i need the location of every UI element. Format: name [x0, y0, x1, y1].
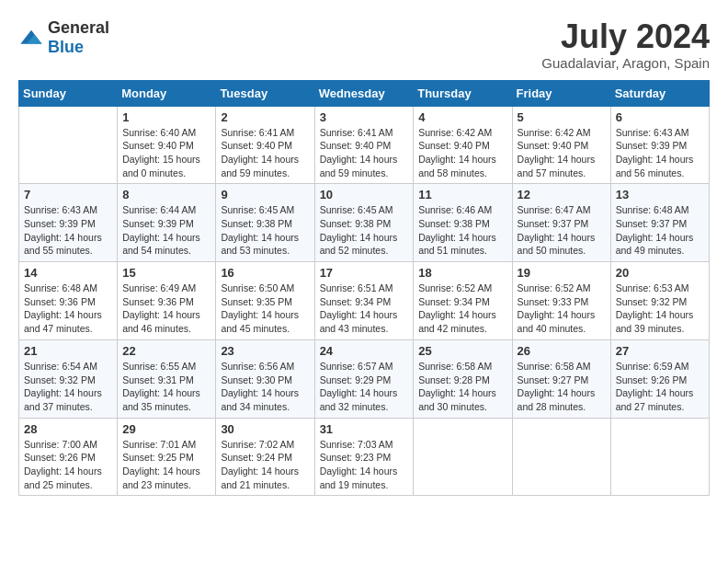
logo-text-blue: Blue: [48, 38, 84, 56]
day-info-line: Daylight: 14 hours: [122, 309, 200, 320]
day-info-line: and 51 minutes.: [418, 245, 487, 256]
col-header-tuesday: Tuesday: [216, 80, 314, 106]
day-info: Sunrise: 6:42 AMSunset: 9:40 PMDaylight:…: [518, 126, 606, 180]
day-info-line: Sunrise: 6:42 AM: [518, 127, 591, 138]
day-info-line: Daylight: 14 hours: [24, 387, 102, 398]
day-info-line: Daylight: 14 hours: [518, 232, 596, 243]
day-info-line: Sunrise: 6:41 AM: [221, 127, 294, 138]
day-number: 20: [616, 266, 704, 280]
day-info-line: and 49 minutes.: [616, 245, 685, 256]
day-info-line: Daylight: 14 hours: [616, 154, 694, 165]
day-info: Sunrise: 7:02 AMSunset: 9:24 PMDaylight:…: [221, 438, 309, 492]
calendar-cell: 11Sunrise: 6:46 AMSunset: 9:38 PMDayligh…: [414, 184, 512, 262]
day-info-line: Sunset: 9:40 PM: [418, 140, 490, 151]
day-info-line: Sunset: 9:23 PM: [320, 452, 392, 463]
day-number: 12: [518, 188, 606, 201]
day-info-line: and 59 minutes.: [221, 167, 290, 178]
day-info-line: and 28 minutes.: [518, 401, 586, 412]
day-number: 31: [320, 422, 409, 436]
day-info-line: and 37 minutes.: [24, 401, 93, 412]
day-number: 25: [418, 344, 506, 358]
day-info-line: Sunset: 9:38 PM: [221, 218, 292, 229]
day-info: Sunrise: 6:48 AMSunset: 9:37 PMDaylight:…: [616, 203, 704, 258]
day-info-line: Sunset: 9:26 PM: [24, 452, 96, 463]
day-info-line: Daylight: 14 hours: [122, 387, 200, 398]
day-info-line: Sunset: 9:38 PM: [320, 218, 392, 229]
day-info-line: Sunrise: 6:58 AM: [418, 361, 492, 372]
calendar-table: SundayMondayTuesdayWednesdayThursdayFrid…: [18, 80, 710, 497]
day-number: 15: [122, 266, 210, 280]
logo: General Blue: [18, 18, 109, 57]
day-info: Sunrise: 6:40 AMSunset: 9:40 PMDaylight:…: [122, 126, 210, 180]
day-number: 6: [616, 110, 704, 124]
day-info-line: Daylight: 14 hours: [518, 309, 596, 320]
day-info: Sunrise: 6:49 AMSunset: 9:36 PMDaylight:…: [122, 282, 210, 336]
calendar-cell: 20Sunrise: 6:53 AMSunset: 9:32 PMDayligh…: [610, 262, 709, 340]
day-info: Sunrise: 6:47 AMSunset: 9:37 PMDaylight:…: [518, 203, 606, 258]
day-info: Sunrise: 6:54 AMSunset: 9:32 PMDaylight:…: [24, 360, 112, 414]
day-info-line: Sunset: 9:34 PM: [320, 296, 392, 307]
day-info-line: Sunrise: 7:03 AM: [320, 439, 393, 450]
day-info-line: and 19 minutes.: [320, 479, 389, 490]
day-info-line: Daylight: 14 hours: [418, 309, 496, 320]
day-info-line: and 50 minutes.: [518, 245, 586, 256]
calendar-cell: 8Sunrise: 6:44 AMSunset: 9:39 PMDaylight…: [118, 184, 216, 262]
calendar-cell: 10Sunrise: 6:45 AMSunset: 9:38 PMDayligh…: [314, 184, 414, 262]
day-number: 8: [122, 188, 210, 201]
day-info: Sunrise: 6:48 AMSunset: 9:36 PMDaylight:…: [24, 282, 112, 336]
day-info-line: and 39 minutes.: [616, 323, 685, 334]
day-info-line: Sunset: 9:40 PM: [518, 140, 589, 151]
day-info-line: Daylight: 14 hours: [518, 154, 596, 165]
day-info-line: and 59 minutes.: [320, 167, 389, 178]
calendar-cell: 3Sunrise: 6:41 AMSunset: 9:40 PMDaylight…: [314, 106, 414, 184]
day-info-line: Sunset: 9:34 PM: [418, 296, 490, 307]
col-header-friday: Friday: [512, 80, 610, 106]
day-number: 13: [616, 188, 704, 201]
day-info-line: and 21 minutes.: [221, 479, 290, 490]
day-number: 9: [221, 188, 309, 201]
day-info-line: and 32 minutes.: [320, 401, 389, 412]
logo-icon: [18, 29, 44, 47]
calendar-cell: 13Sunrise: 6:48 AMSunset: 9:37 PMDayligh…: [610, 184, 709, 262]
calendar-cell: 17Sunrise: 6:51 AMSunset: 9:34 PMDayligh…: [314, 262, 414, 340]
day-info-line: Sunrise: 6:40 AM: [122, 127, 196, 138]
month-year-title: July 2024: [541, 18, 710, 55]
day-info-line: Daylight: 14 hours: [418, 154, 496, 165]
day-info-line: Sunset: 9:27 PM: [518, 374, 589, 385]
day-number: 7: [24, 188, 112, 201]
day-info-line: and 27 minutes.: [616, 401, 685, 412]
day-info-line: Daylight: 15 hours: [122, 154, 200, 165]
calendar-header-row: SundayMondayTuesdayWednesdayThursdayFrid…: [19, 80, 710, 106]
day-info: Sunrise: 7:01 AMSunset: 9:25 PMDaylight:…: [122, 438, 210, 492]
day-info-line: Daylight: 14 hours: [221, 387, 299, 398]
calendar-cell: 23Sunrise: 6:56 AMSunset: 9:30 PMDayligh…: [216, 339, 314, 418]
day-number: 11: [418, 188, 506, 201]
day-info-line: Sunset: 9:39 PM: [24, 218, 96, 229]
calendar-cell: 5Sunrise: 6:42 AMSunset: 9:40 PMDaylight…: [512, 106, 610, 184]
day-info-line: Sunrise: 6:53 AM: [616, 282, 689, 293]
calendar-week-row: 1Sunrise: 6:40 AMSunset: 9:40 PMDaylight…: [19, 106, 710, 184]
calendar-cell: 15Sunrise: 6:49 AMSunset: 9:36 PMDayligh…: [118, 262, 216, 340]
day-info: Sunrise: 6:59 AMSunset: 9:26 PMDaylight:…: [616, 360, 704, 414]
day-info-line: Sunrise: 6:46 AM: [418, 204, 492, 215]
day-info-line: Sunrise: 6:57 AM: [320, 361, 393, 372]
calendar-cell: 21Sunrise: 6:54 AMSunset: 9:32 PMDayligh…: [19, 339, 118, 418]
day-info-line: Sunset: 9:40 PM: [320, 140, 392, 151]
day-info-line: Sunset: 9:36 PM: [122, 296, 194, 307]
day-info: Sunrise: 6:53 AMSunset: 9:32 PMDaylight:…: [616, 282, 704, 336]
day-info-line: Sunset: 9:28 PM: [418, 374, 490, 385]
calendar-cell: 27Sunrise: 6:59 AMSunset: 9:26 PMDayligh…: [610, 339, 709, 418]
day-info: Sunrise: 6:50 AMSunset: 9:35 PMDaylight:…: [221, 282, 309, 336]
col-header-saturday: Saturday: [610, 80, 709, 106]
calendar-cell: 31Sunrise: 7:03 AMSunset: 9:23 PMDayligh…: [314, 418, 414, 496]
col-header-sunday: Sunday: [19, 80, 118, 106]
day-number: 22: [122, 344, 210, 358]
day-info-line: and 40 minutes.: [518, 323, 586, 334]
day-info-line: and 25 minutes.: [24, 479, 93, 490]
day-info-line: Sunrise: 6:43 AM: [24, 204, 97, 215]
day-info-line: Daylight: 14 hours: [418, 232, 496, 243]
day-info-line: Sunrise: 6:51 AM: [320, 282, 393, 293]
calendar-week-row: 7Sunrise: 6:43 AMSunset: 9:39 PMDaylight…: [19, 184, 710, 262]
day-info-line: Daylight: 14 hours: [221, 465, 299, 477]
calendar-cell: 19Sunrise: 6:52 AMSunset: 9:33 PMDayligh…: [512, 262, 610, 340]
